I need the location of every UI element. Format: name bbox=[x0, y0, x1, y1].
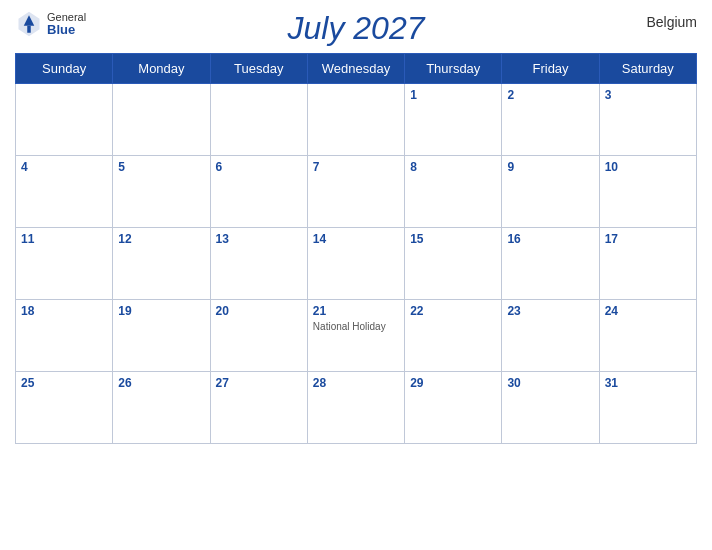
calendar-cell: 11 bbox=[16, 228, 113, 300]
calendar-cell: 29 bbox=[405, 372, 502, 444]
day-number: 18 bbox=[21, 304, 107, 318]
calendar-cell: 19 bbox=[113, 300, 210, 372]
logo-blue: Blue bbox=[47, 23, 86, 37]
day-number: 13 bbox=[216, 232, 302, 246]
month-title: July 2027 bbox=[288, 10, 425, 47]
day-number: 24 bbox=[605, 304, 691, 318]
calendar-container: General Blue July 2027 Belgium SundayMon… bbox=[0, 0, 712, 550]
day-number: 7 bbox=[313, 160, 399, 174]
logo-area: General Blue bbox=[15, 10, 86, 38]
calendar-cell: 14 bbox=[307, 228, 404, 300]
weekday-header-thursday: Thursday bbox=[405, 54, 502, 84]
calendar-cell: 16 bbox=[502, 228, 599, 300]
calendar-cell: 9 bbox=[502, 156, 599, 228]
day-number: 1 bbox=[410, 88, 496, 102]
calendar-cell: 1 bbox=[405, 84, 502, 156]
calendar-cell: 24 bbox=[599, 300, 696, 372]
day-number: 29 bbox=[410, 376, 496, 390]
day-number: 26 bbox=[118, 376, 204, 390]
generalblue-logo-icon bbox=[15, 10, 43, 38]
calendar-cell: 4 bbox=[16, 156, 113, 228]
calendar-cell: 23 bbox=[502, 300, 599, 372]
day-number: 25 bbox=[21, 376, 107, 390]
calendar-cell bbox=[307, 84, 404, 156]
calendar-table: SundayMondayTuesdayWednesdayThursdayFrid… bbox=[15, 53, 697, 444]
weekday-header-row: SundayMondayTuesdayWednesdayThursdayFrid… bbox=[16, 54, 697, 84]
day-number: 31 bbox=[605, 376, 691, 390]
calendar-cell: 28 bbox=[307, 372, 404, 444]
calendar-cell: 17 bbox=[599, 228, 696, 300]
day-number: 11 bbox=[21, 232, 107, 246]
calendar-cell: 22 bbox=[405, 300, 502, 372]
calendar-cell: 26 bbox=[113, 372, 210, 444]
day-number: 15 bbox=[410, 232, 496, 246]
calendar-cell bbox=[16, 84, 113, 156]
calendar-cell: 10 bbox=[599, 156, 696, 228]
country-label: Belgium bbox=[646, 14, 697, 30]
calendar-week-row: 123 bbox=[16, 84, 697, 156]
calendar-week-row: 25262728293031 bbox=[16, 372, 697, 444]
event-text: National Holiday bbox=[313, 320, 399, 333]
day-number: 28 bbox=[313, 376, 399, 390]
weekday-header-wednesday: Wednesday bbox=[307, 54, 404, 84]
calendar-header: General Blue July 2027 Belgium bbox=[15, 10, 697, 47]
logo-text: General Blue bbox=[47, 11, 86, 37]
calendar-cell: 27 bbox=[210, 372, 307, 444]
calendar-cell: 31 bbox=[599, 372, 696, 444]
calendar-cell: 3 bbox=[599, 84, 696, 156]
calendar-week-row: 18192021National Holiday222324 bbox=[16, 300, 697, 372]
calendar-cell: 18 bbox=[16, 300, 113, 372]
day-number: 12 bbox=[118, 232, 204, 246]
calendar-cell: 12 bbox=[113, 228, 210, 300]
day-number: 27 bbox=[216, 376, 302, 390]
day-number: 21 bbox=[313, 304, 399, 318]
calendar-week-row: 11121314151617 bbox=[16, 228, 697, 300]
svg-rect-3 bbox=[27, 26, 31, 33]
calendar-cell bbox=[210, 84, 307, 156]
weekday-header-saturday: Saturday bbox=[599, 54, 696, 84]
calendar-cell: 5 bbox=[113, 156, 210, 228]
day-number: 14 bbox=[313, 232, 399, 246]
weekday-header-monday: Monday bbox=[113, 54, 210, 84]
day-number: 6 bbox=[216, 160, 302, 174]
day-number: 30 bbox=[507, 376, 593, 390]
weekday-header-sunday: Sunday bbox=[16, 54, 113, 84]
calendar-cell: 8 bbox=[405, 156, 502, 228]
day-number: 4 bbox=[21, 160, 107, 174]
day-number: 3 bbox=[605, 88, 691, 102]
weekday-header-tuesday: Tuesday bbox=[210, 54, 307, 84]
day-number: 16 bbox=[507, 232, 593, 246]
day-number: 19 bbox=[118, 304, 204, 318]
day-number: 8 bbox=[410, 160, 496, 174]
day-number: 22 bbox=[410, 304, 496, 318]
day-number: 2 bbox=[507, 88, 593, 102]
weekday-header-friday: Friday bbox=[502, 54, 599, 84]
calendar-cell: 25 bbox=[16, 372, 113, 444]
day-number: 9 bbox=[507, 160, 593, 174]
day-number: 23 bbox=[507, 304, 593, 318]
day-number: 20 bbox=[216, 304, 302, 318]
calendar-cell: 15 bbox=[405, 228, 502, 300]
day-number: 10 bbox=[605, 160, 691, 174]
calendar-cell: 7 bbox=[307, 156, 404, 228]
day-number: 17 bbox=[605, 232, 691, 246]
calendar-cell bbox=[113, 84, 210, 156]
calendar-week-row: 45678910 bbox=[16, 156, 697, 228]
calendar-cell: 13 bbox=[210, 228, 307, 300]
calendar-cell: 20 bbox=[210, 300, 307, 372]
calendar-cell: 2 bbox=[502, 84, 599, 156]
day-number: 5 bbox=[118, 160, 204, 174]
calendar-cell: 30 bbox=[502, 372, 599, 444]
calendar-cell: 6 bbox=[210, 156, 307, 228]
calendar-cell: 21National Holiday bbox=[307, 300, 404, 372]
